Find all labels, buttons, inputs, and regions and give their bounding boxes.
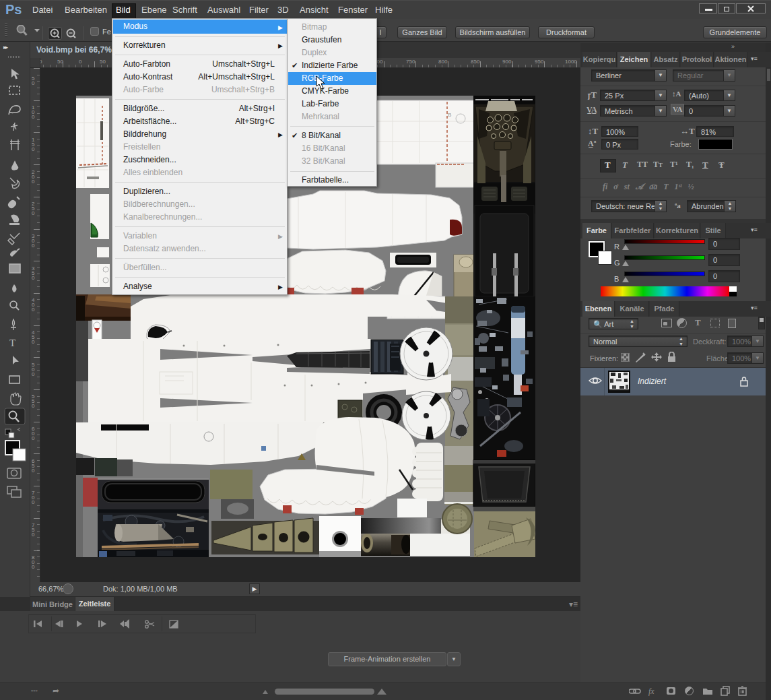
svg-text:T: T xyxy=(9,338,15,348)
svg-text:B: B xyxy=(448,112,451,118)
